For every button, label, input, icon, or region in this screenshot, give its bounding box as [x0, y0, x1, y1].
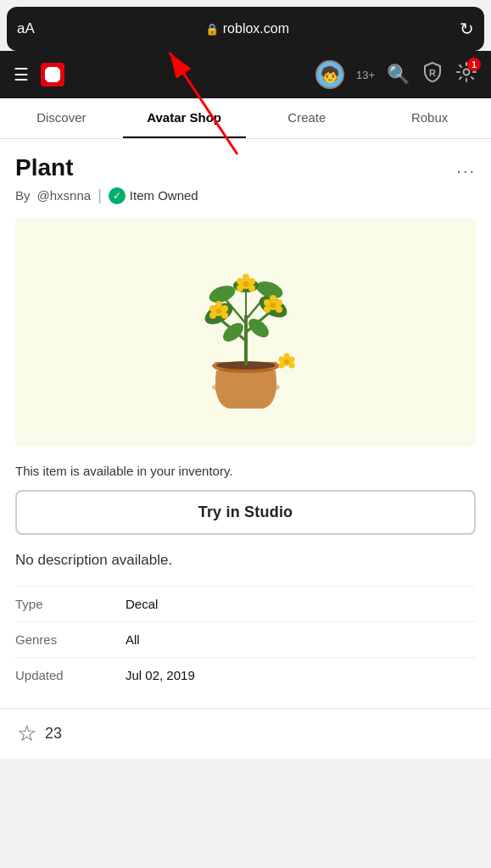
robux-button[interactable]: R	[421, 61, 444, 88]
url-bar[interactable]: 🔒 roblox.com	[205, 21, 289, 36]
svg-point-23	[221, 312, 228, 319]
svg-point-37	[248, 285, 255, 292]
more-options-button[interactable]: ···	[456, 161, 476, 181]
svg-point-40	[243, 281, 248, 287]
lock-icon: 🔒	[205, 23, 219, 36]
reload-icon: ↻	[460, 19, 474, 38]
tab-avatar-shop[interactable]: Avatar Shop	[123, 98, 246, 138]
svg-point-36	[248, 278, 255, 285]
detail-value-updated: Jul 02, 2019	[126, 668, 195, 682]
svg-point-21	[215, 301, 222, 308]
hamburger-menu-button[interactable]: ☰	[14, 64, 29, 85]
font-size-label: aA	[17, 20, 35, 37]
divider: |	[98, 186, 102, 204]
tab-discover[interactable]: Discover	[0, 98, 123, 138]
svg-point-43	[288, 357, 294, 363]
avatar-icon: 🧒	[321, 65, 339, 84]
detail-value-genres: All	[126, 632, 140, 647]
nav-left: ☰	[14, 63, 64, 86]
tab-navigation: Discover Avatar Shop Create Robux	[0, 98, 491, 139]
svg-point-39	[237, 278, 243, 285]
detail-row-type: Type Decal	[15, 586, 476, 621]
main-content: Plant ··· By @hxsnna | ✓ Item Owned	[0, 139, 491, 708]
svg-point-25	[209, 305, 216, 312]
url-text: roblox.com	[223, 21, 289, 36]
svg-point-47	[284, 359, 289, 364]
plant-image	[161, 239, 331, 426]
detail-value-type: Decal	[126, 597, 158, 611]
age-badge: 13+	[356, 69, 375, 81]
detail-row-updated: Updated Jul 02, 2019	[15, 657, 476, 693]
svg-point-38	[237, 285, 243, 292]
try-in-studio-button[interactable]: Try in Studio	[15, 490, 476, 535]
roblox-logo[interactable]	[41, 63, 64, 86]
svg-point-22	[221, 305, 228, 312]
svg-point-32	[264, 299, 271, 306]
nav-bar: ☰ 🧒 13+ 🔍 R 1	[0, 51, 491, 98]
svg-point-24	[209, 312, 216, 319]
svg-text:R: R	[429, 68, 436, 78]
detail-label-type: Type	[15, 597, 126, 611]
svg-point-35	[243, 274, 249, 281]
author-link[interactable]: @hxsnna	[37, 188, 92, 203]
bottom-bar: ☆ 23	[0, 708, 491, 759]
avatar-container: 🧒	[315, 60, 344, 89]
inventory-text: This item is available in your inventory…	[15, 464, 476, 478]
item-header: Plant ···	[15, 154, 476, 181]
settings-button[interactable]: 1	[455, 61, 477, 88]
svg-point-44	[288, 363, 294, 369]
reload-button[interactable]: ↻	[460, 19, 474, 39]
detail-label-genres: Genres	[15, 632, 126, 647]
by-label: By	[15, 188, 31, 203]
check-icon: ✓	[109, 187, 126, 204]
svg-point-15	[206, 282, 237, 306]
item-image-container	[15, 218, 476, 447]
roblox-logo-mark	[45, 67, 60, 82]
svg-point-30	[276, 306, 282, 313]
svg-point-3	[464, 70, 470, 75]
owned-badge: ✓ Item Owned	[109, 187, 198, 204]
svg-point-26	[215, 309, 221, 314]
favorite-star-button[interactable]: ☆	[17, 721, 36, 747]
details-table: Type Decal Genres All Updated Jul 02, 20…	[15, 586, 476, 693]
search-button[interactable]: 🔍	[387, 64, 410, 86]
detail-label-updated: Updated	[15, 668, 126, 682]
notification-badge: 1	[467, 58, 481, 71]
svg-point-33	[270, 303, 276, 309]
svg-point-28	[270, 295, 276, 302]
svg-point-45	[278, 363, 284, 369]
svg-point-46	[278, 357, 284, 363]
tab-robux[interactable]: Robux	[368, 98, 491, 138]
svg-point-31	[264, 306, 271, 313]
item-title: Plant	[15, 154, 73, 181]
tab-create[interactable]: Create	[246, 98, 369, 138]
svg-point-42	[283, 353, 289, 359]
detail-row-genres: Genres All	[15, 621, 476, 657]
owner-info: By @hxsnna | ✓ Item Owned	[15, 186, 476, 204]
address-bar[interactable]: aA 🔒 roblox.com ↻	[7, 7, 484, 51]
favorite-count: 23	[45, 725, 62, 743]
robux-icon: R	[421, 61, 444, 83]
font-size-control[interactable]: aA	[17, 20, 35, 37]
svg-point-29	[276, 299, 282, 306]
no-description: No description available.	[15, 552, 476, 569]
avatar[interactable]: 🧒	[315, 60, 344, 89]
owned-label: Item Owned	[130, 188, 198, 203]
nav-right: 🧒 13+ 🔍 R 1	[315, 60, 477, 89]
